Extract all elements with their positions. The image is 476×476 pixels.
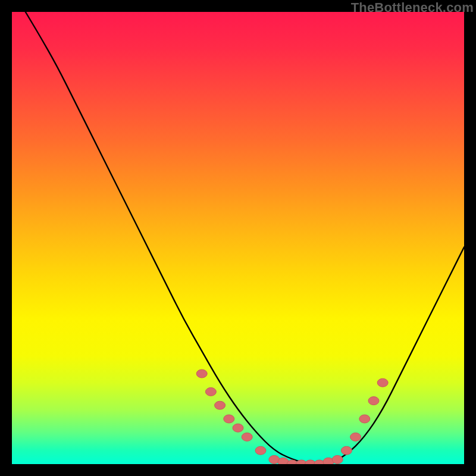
curve-marker	[332, 455, 343, 464]
curve-marker	[255, 446, 266, 455]
curve-marker	[341, 446, 352, 455]
curve-marker	[359, 415, 370, 423]
curve-marker	[215, 401, 226, 409]
chart-frame	[12, 12, 464, 464]
curve-markers	[196, 369, 388, 464]
curve-marker	[233, 424, 243, 432]
chart-svg	[12, 12, 464, 464]
curve-marker	[350, 433, 361, 441]
curve-marker	[224, 415, 234, 423]
curve-marker	[242, 433, 252, 441]
curve-marker	[205, 387, 216, 396]
curve-marker	[368, 397, 379, 405]
bottleneck-curve	[26, 12, 464, 464]
curve-marker	[377, 378, 388, 387]
curve-marker	[196, 369, 207, 378]
